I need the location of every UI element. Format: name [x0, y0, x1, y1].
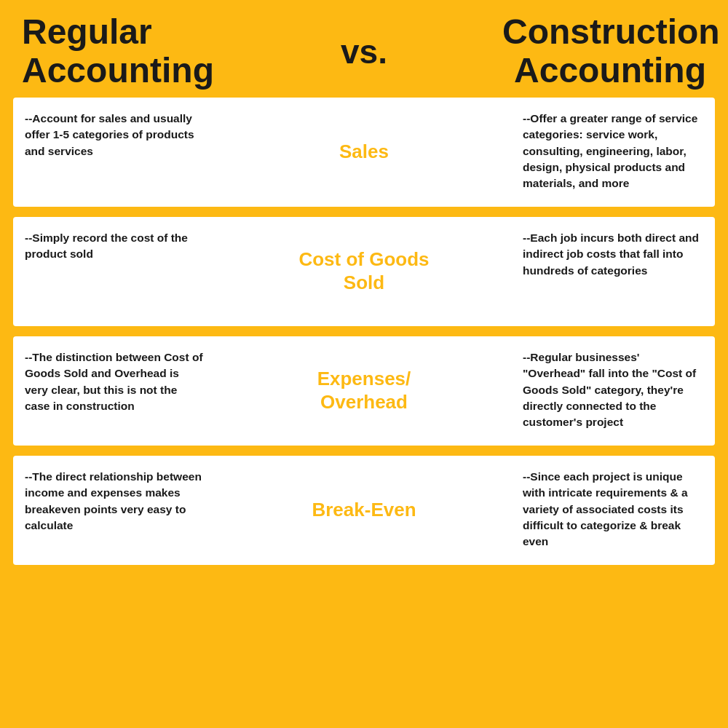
header-left: Regular Accounting	[22, 13, 226, 90]
row-left-1: --Simply record the cost of the product …	[13, 217, 217, 326]
row-left-2: --The distinction between Cost of Goods …	[13, 336, 217, 446]
header: Regular Accounting vs. Construction Acco…	[0, 0, 728, 98]
row-category-label-0: Sales	[339, 141, 389, 163]
construction-label: Construction	[502, 12, 720, 51]
row-right-1: --Each job incurs both direct and indire…	[511, 217, 715, 326]
row-category-label-2: Expenses/ Overhead	[317, 368, 411, 413]
comparison-row-0: --Account for sales and usually offer 1-…	[13, 98, 715, 207]
row-category-label-1: Cost of Goods Sold	[298, 248, 429, 293]
accounting-label: Accounting	[22, 51, 214, 90]
regular-label: Regular	[22, 12, 152, 51]
row-center-2: Expenses/ Overhead	[217, 336, 511, 446]
row-right-3: --Since each project is unique with intr…	[511, 456, 715, 565]
row-center-3: Break-Even	[217, 456, 511, 565]
rows-container: --Account for sales and usually offer 1-…	[0, 98, 728, 578]
row-left-3: --The direct relationship between income…	[13, 456, 217, 565]
row-right-2: --Regular businesses' "Overhead" fall in…	[511, 336, 715, 446]
row-right-0: --Offer a greater range of service categ…	[511, 98, 715, 207]
comparison-row-1: --Simply record the cost of the product …	[13, 217, 715, 326]
row-center-0: Sales	[217, 98, 511, 207]
comparison-row-3: --The direct relationship between income…	[13, 456, 715, 565]
row-left-0: --Account for sales and usually offer 1-…	[13, 98, 217, 207]
vs-label: vs.	[226, 32, 502, 71]
construction-accounting-label: Accounting	[514, 51, 706, 90]
row-category-label-3: Break-Even	[312, 499, 416, 521]
row-center-1: Cost of Goods Sold	[217, 217, 511, 326]
comparison-row-2: --The distinction between Cost of Goods …	[13, 336, 715, 446]
header-right: Construction Accounting	[502, 13, 706, 90]
